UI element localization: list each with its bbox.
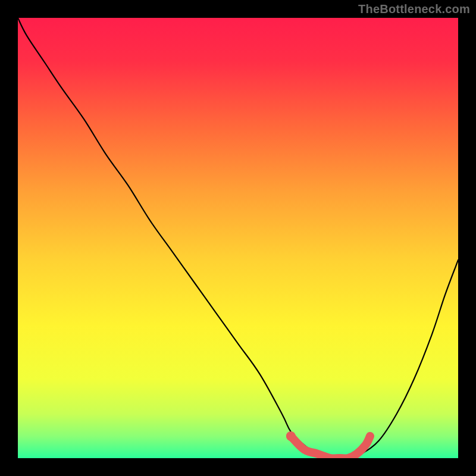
chart-background xyxy=(18,18,458,458)
plot-area xyxy=(18,18,458,458)
optimal-dot xyxy=(286,431,296,441)
watermark-text: TheBottleneck.com xyxy=(358,2,470,16)
chart-svg xyxy=(18,18,458,458)
chart-stage: { "watermark": "TheBottleneck.com", "col… xyxy=(0,0,476,476)
